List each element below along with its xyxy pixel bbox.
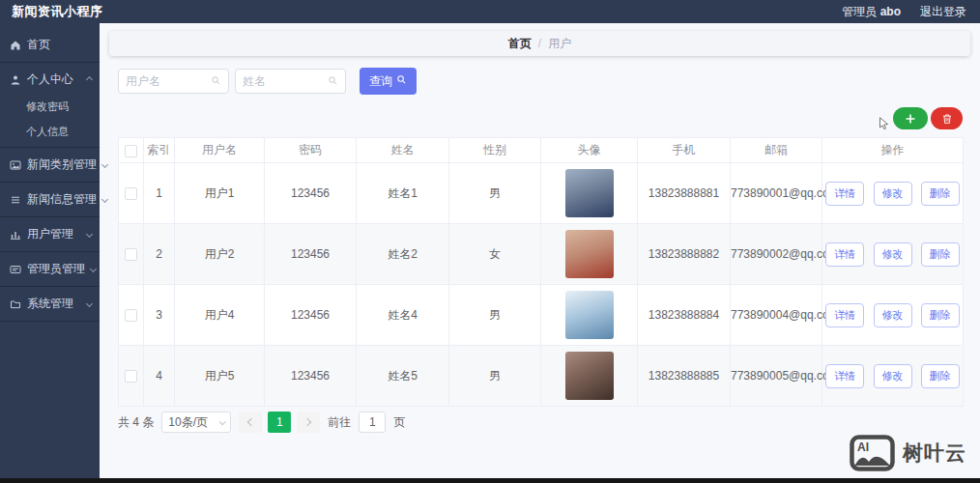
sidebar-item-system-mgmt[interactable]: 系统管理 [0,290,100,318]
col-header-actions: 操作 [822,138,964,163]
avatar-image [565,291,614,339]
select-all-checkbox[interactable] [125,145,137,157]
username-search-field[interactable] [118,69,229,94]
home-icon [10,40,21,51]
username-search-input[interactable] [126,74,211,88]
edit-button[interactable]: 修改 [874,364,912,388]
logout-button[interactable]: 退出登录 [920,4,966,20]
delete-button[interactable]: 删除 [921,242,960,267]
search-icon [328,72,338,90]
chevron-down-icon [86,300,93,307]
user-icon [10,74,21,86]
col-header-password: 密码 [265,138,357,163]
chevron-down-icon [90,266,97,272]
row-checkbox[interactable] [125,309,137,322]
sidebar-divider [0,286,100,287]
sidebar-divider [0,321,100,322]
add-button[interactable] [893,107,928,129]
bottom-border-bar [0,478,980,483]
cell-phone: 13823888882 [638,224,731,285]
edit-button[interactable]: 修改 [874,182,912,206]
sidebar-item-news-info[interactable]: 新闻信息管理 [0,185,100,213]
sidebar-divider [0,147,100,148]
table-row: 4 用户5 123456 姓名5 男 13823888885 773890005… [119,346,964,407]
cell-username: 用户1 [175,163,265,224]
sidebar-item-home[interactable]: 首页 [0,31,100,59]
user-name-label: abo [880,5,901,18]
edit-button[interactable]: 修改 [874,242,912,267]
avatar-image [565,352,614,400]
row-checkbox[interactable] [125,370,137,383]
sidebar-divider [0,62,100,63]
delete-button[interactable]: 删除 [921,303,960,327]
cell-gender: 男 [449,285,541,346]
cell-email: 773890005@qq.com [731,346,822,407]
query-button[interactable]: 查询 [360,68,417,95]
detail-button[interactable]: 详情 [825,303,864,327]
sidebar-item-admin-mgmt[interactable]: 管理员管理 [0,255,100,283]
cell-password: 123456 [265,163,357,224]
chevron-down-icon [219,418,226,425]
detail-button[interactable]: 详情 [825,242,864,267]
row-checkbox[interactable] [125,187,137,200]
sidebar-divider [0,182,100,183]
name-search-field[interactable] [235,69,346,94]
trash-icon [941,113,953,125]
sidebar-item-news-category[interactable]: 新闻类别管理 [0,151,100,179]
next-page-button[interactable] [297,412,320,433]
name-search-input[interactable] [243,74,328,88]
search-icon [211,72,221,90]
col-header-avatar: 头像 [541,138,638,163]
delete-button[interactable]: 删除 [921,364,960,388]
cell-index: 4 [144,346,175,407]
users-table: 索引 用户名 密码 姓名 性别 头像 手机 邮箱 操作 1 用户1 123456 [118,137,964,407]
brand-watermark: AI 树叶云 [850,435,966,471]
cell-email: 773890002@qq.com [731,224,822,285]
batch-delete-button[interactable] [931,107,963,129]
row-checkbox[interactable] [125,248,137,261]
cell-phone: 13823888881 [638,163,731,224]
page-size-select[interactable]: 10条/页 [161,412,231,433]
cell-name: 姓名5 [357,346,449,407]
cell-index: 1 [144,163,175,224]
cell-gender: 男 [449,163,541,224]
detail-button[interactable]: 详情 [825,364,864,388]
admin-icon [10,264,21,275]
sidebar-item-change-password[interactable]: 修改密码 [0,94,100,119]
cell-index: 3 [144,285,175,346]
chart-icon [10,229,21,241]
sidebar-nav: 首页 个人中心 修改密码 个人信息 新闻类别管理 新闻信息管理 用户管理 [0,23,100,483]
sidebar-item-personal-center[interactable]: 个人中心 [0,66,100,94]
chevron-right-icon [303,418,311,426]
sidebar-item-user-mgmt[interactable]: 用户管理 [0,220,100,248]
goto-page-input[interactable] [359,412,386,433]
cell-gender: 女 [449,224,541,285]
cell-name: 姓名1 [357,163,449,224]
col-header-gender: 性别 [449,138,541,163]
cell-email: 773890001@qq.com [731,163,822,224]
cell-password: 123456 [265,224,357,285]
col-header-phone: 手机 [638,138,731,163]
breadcrumb-home[interactable]: 首页 [508,36,532,52]
chevron-up-icon [86,76,93,83]
goto-prefix-label: 前往 [328,414,351,431]
table-row: 1 用户1 123456 姓名1 男 13823888881 773890001… [119,163,964,224]
pagination: 共 4 条 10条/页 1 前往 页 [118,412,963,433]
sidebar-divider [0,251,100,252]
detail-button[interactable]: 详情 [825,182,864,206]
avatar-image [565,230,614,278]
sidebar-item-personal-info[interactable]: 个人信息 [0,119,100,144]
svg-text:AI: AI [857,440,869,454]
chevron-down-icon [86,231,93,238]
top-header-bar: 新闻资讯小程序 管理员 abo 退出登录 [0,0,980,23]
edit-button[interactable]: 修改 [874,303,912,327]
table-header-row: 索引 用户名 密码 姓名 性别 头像 手机 邮箱 操作 [119,138,964,163]
breadcrumb: 首页 / 用户 [109,31,970,56]
breadcrumb-separator: / [538,37,541,50]
prev-page-button[interactable] [239,412,262,433]
page-number-button[interactable]: 1 [268,412,291,433]
cell-phone: 13823888884 [638,285,731,346]
delete-button[interactable]: 删除 [921,182,960,206]
avatar-image [565,169,614,217]
col-header-email: 邮箱 [731,138,822,163]
